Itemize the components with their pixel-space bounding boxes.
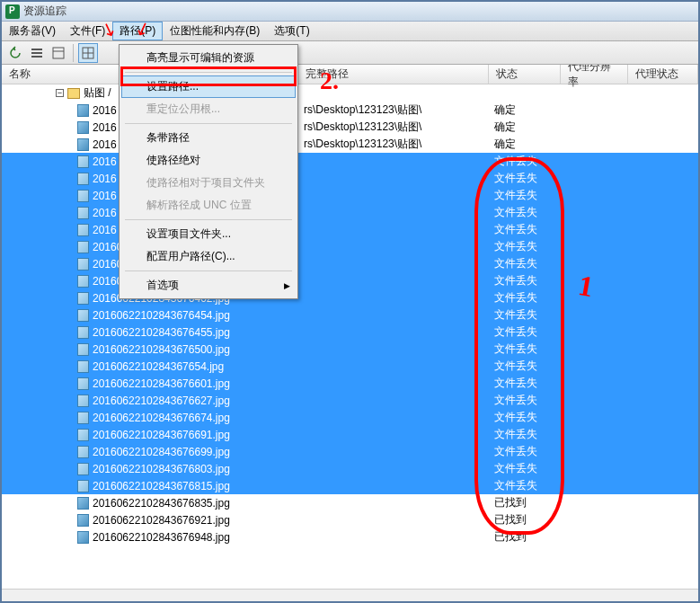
image-file-icon <box>77 121 89 134</box>
file-name: 2016 <box>93 173 117 185</box>
menu-item[interactable]: 文件(F) <box>63 22 112 40</box>
image-file-icon <box>77 104 89 117</box>
menu-separator <box>125 219 292 220</box>
table-row[interactable]: 20160622102843676627.jpg文件丢失 <box>2 392 698 409</box>
menu-separator <box>125 123 292 124</box>
image-file-icon <box>77 309 89 322</box>
image-file-icon <box>77 190 89 202</box>
cell-status: 文件丢失 <box>489 205 561 220</box>
table-row[interactable]: 20160622102843676699.jpg文件丢失 <box>2 443 698 460</box>
file-name: 2016062210284367654.jpg <box>93 360 224 373</box>
menu-item[interactable]: 路径(P) <box>112 22 163 40</box>
table-row[interactable]: 20160622102843676948.jpg已找到 <box>2 528 698 545</box>
menu-item[interactable]: 服务器(V) <box>2 22 63 40</box>
table-row[interactable]: 20160622102843676500.jpg文件丢失 <box>2 341 698 358</box>
table-row[interactable]: 2016文件丢失 <box>2 187 698 204</box>
table-row[interactable]: 20160622102843676921.jpg已找到 <box>2 511 698 528</box>
cell-status: 文件丢失 <box>489 376 561 391</box>
folder-icon <box>67 88 80 99</box>
table-row[interactable]: 20160622102843676176.jpg文件丢失 <box>2 238 698 255</box>
cell-status: 文件丢失 <box>489 427 561 442</box>
cell-name: 20160622102843676948.jpg <box>2 531 298 544</box>
menu-item[interactable]: 选项(T) <box>267 22 316 40</box>
file-name: 20160622102843676627.jpg <box>93 395 230 407</box>
table-row[interactable]: 2016rs\Desktop\123123\贴图\确定 <box>2 119 698 136</box>
table-row[interactable]: 20160622102843676358.jpg文件丢失 <box>2 255 698 272</box>
collapse-icon[interactable]: − <box>56 89 64 97</box>
table-row[interactable]: 2016062210284367654.jpg文件丢失 <box>2 358 698 375</box>
refresh-button[interactable] <box>5 43 25 63</box>
cell-status: 文件丢失 <box>489 478 561 493</box>
cell-path: rs\Desktop\123123\贴图\ <box>298 102 489 118</box>
cell-path: rs\Desktop\123123\贴图\ <box>298 120 489 135</box>
cell-status: 确定 <box>489 137 561 152</box>
cell-status: 文件丢失 <box>489 461 561 476</box>
table-row[interactable]: 2016文件丢失 <box>2 221 698 238</box>
cell-name: 20160622102843676803.jpg <box>2 463 298 475</box>
cell-status: 已找到 <box>489 529 561 545</box>
image-file-icon <box>77 138 89 151</box>
view-collapse-button[interactable] <box>49 43 68 63</box>
menu-item[interactable]: 首选项▶ <box>121 274 296 297</box>
cell-name: 20160622102843676455.jpg <box>2 326 298 339</box>
image-file-icon <box>77 275 89 288</box>
file-name: 2016 <box>93 104 117 117</box>
menu-item[interactable]: 配置用户路径(C)... <box>121 245 296 268</box>
cell-name: 20160622102843676815.jpg <box>2 480 298 492</box>
table-row[interactable]: 20160622102843676601.jpg文件丢失 <box>2 375 698 392</box>
table-row[interactable]: 2016文件丢失 <box>2 204 698 221</box>
menu-item[interactable]: 位图性能和内存(B) <box>163 22 267 40</box>
menu-item[interactable]: 高亮显示可编辑的资源 <box>121 47 296 69</box>
table-row[interactable]: 2016rs\Desktop\123123\贴图\确定 <box>2 102 698 119</box>
table-row[interactable]: 20160622102843676835.jpg已找到 <box>2 494 698 511</box>
titlebar[interactable]: 资源追踪 <box>2 2 698 22</box>
svg-rect-2 <box>31 56 42 58</box>
cell-status: 文件丢失 <box>489 410 561 425</box>
cell-status: 确定 <box>489 102 561 118</box>
column-header-res[interactable]: 代理分辨率 <box>561 65 628 84</box>
menu-item[interactable]: 设置项目文件夹... <box>121 223 296 245</box>
image-file-icon <box>77 395 89 407</box>
column-header-status[interactable]: 状态 <box>489 65 561 84</box>
image-file-icon <box>77 241 89 253</box>
column-header-path[interactable]: 完整路径 <box>298 65 489 84</box>
image-file-icon <box>77 224 89 236</box>
menu-item[interactable]: 设置路径... <box>121 75 296 98</box>
table-row[interactable]: 2016rs\Desktop\123123\贴图\确定 <box>2 136 698 153</box>
table-row[interactable]: 20160622102843676803.jpg文件丢失 <box>2 460 698 477</box>
image-file-icon <box>77 155 89 168</box>
table-row[interactable]: 2016文件丢失 <box>2 153 698 170</box>
image-file-icon <box>77 497 89 510</box>
file-name: 2016 <box>93 155 117 168</box>
file-name: 20160622102843676835.jpg <box>93 497 230 510</box>
image-file-icon <box>77 480 89 492</box>
menu-item[interactable]: 使路径绝对 <box>121 149 296 172</box>
table-row[interactable]: 20160622102843676691.jpg文件丢失 <box>2 426 698 443</box>
view-grid-button[interactable] <box>78 43 98 63</box>
table-row[interactable]: 20160622102843676454.jpg文件丢失 <box>2 306 698 324</box>
file-tree[interactable]: − 贴图 / 2016rs\Desktop\123123\贴图\确定2016rs… <box>2 84 698 545</box>
svg-rect-3 <box>53 48 64 58</box>
table-row[interactable]: 20160622102843676402.jpg文件丢失 <box>2 289 698 306</box>
table-row[interactable]: 2016062210284367636.jpg文件丢失 <box>2 272 698 289</box>
cell-status: 确定 <box>489 120 561 135</box>
table-row[interactable]: 20160622102843676674.jpg文件丢失 <box>2 409 698 426</box>
table-row[interactable]: 20160622102843676455.jpg文件丢失 <box>2 324 698 341</box>
view-list-button[interactable] <box>27 43 47 63</box>
toolbar-separator <box>73 44 74 62</box>
cell-status: 文件丢失 <box>489 324 561 340</box>
cell-status: 文件丢失 <box>489 188 561 203</box>
menu-separator <box>125 270 292 271</box>
menu-separator <box>125 72 292 73</box>
table-row[interactable]: 20160622102843676815.jpg文件丢失 <box>2 477 698 494</box>
file-name: 2016 <box>93 190 117 202</box>
file-name: 20160622102843676699.jpg <box>93 446 230 458</box>
menu-item[interactable]: 条带路径 <box>121 127 296 149</box>
image-file-icon <box>77 207 89 219</box>
file-name: 20160622102843676601.jpg <box>93 377 230 390</box>
table-row[interactable]: 2016文件丢失 <box>2 170 698 187</box>
image-file-icon <box>77 412 89 424</box>
column-header-state2[interactable]: 代理状态 <box>628 65 698 84</box>
svg-rect-1 <box>31 52 42 54</box>
cell-status: 文件丢失 <box>489 359 561 374</box>
